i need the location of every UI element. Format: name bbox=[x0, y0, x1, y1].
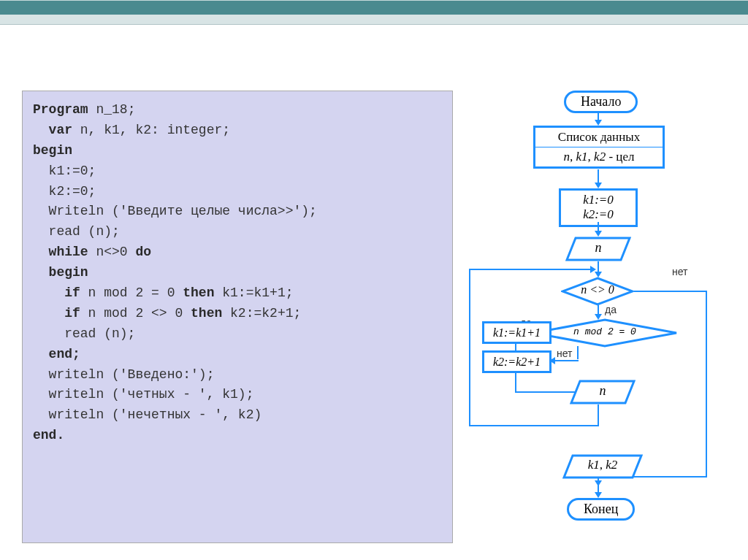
code-l14: writeln ('Введено:'); bbox=[33, 365, 442, 386]
flow-init2: k2:=0 bbox=[565, 207, 631, 222]
slide-content: Program n_18; var n, k1, k2: integer; be… bbox=[0, 25, 748, 551]
code-l12: read (n); bbox=[33, 324, 442, 345]
edge bbox=[469, 425, 599, 426]
code-l16: writeln ('нечетных - ', k2) bbox=[33, 405, 442, 426]
kw-begin: begin bbox=[33, 143, 72, 158]
kw-then1: then bbox=[183, 285, 214, 300]
flow-assign2: k2:=k2+1 bbox=[482, 350, 552, 373]
arrow-icon bbox=[595, 120, 602, 126]
kw-if1: if bbox=[33, 285, 80, 300]
kw-begin2: begin bbox=[33, 265, 88, 280]
header-bar-2 bbox=[0, 15, 748, 25]
header-bar bbox=[0, 0, 748, 15]
code-panel: Program n_18; var n, k1, k2: integer; be… bbox=[22, 91, 453, 543]
label-no2: нет bbox=[557, 348, 572, 359]
code-l7: read (n); bbox=[33, 222, 442, 242]
kw-end: end. bbox=[33, 428, 64, 442]
edge bbox=[598, 404, 599, 426]
edge bbox=[469, 269, 470, 426]
kw-end-inner: end; bbox=[33, 347, 80, 361]
kw-then2: then bbox=[191, 306, 222, 321]
flow-datalist: Список данных bbox=[533, 126, 665, 149]
kw-program: Program bbox=[33, 102, 88, 117]
flow-cond1-label: n <> 0 bbox=[561, 283, 634, 296]
flow-cond2-label: n mod 2 = 0 bbox=[532, 326, 678, 337]
edge bbox=[598, 169, 599, 184]
code-l5: k2:=0; bbox=[33, 182, 442, 202]
arrow-icon bbox=[595, 492, 602, 498]
kw-do: do bbox=[135, 245, 151, 259]
label-no1: нет bbox=[672, 266, 687, 277]
flow-input-n-label: n bbox=[565, 240, 631, 256]
edge bbox=[515, 371, 516, 393]
code-l15: writeln ('четных - ', k1); bbox=[33, 385, 442, 405]
edge bbox=[469, 269, 592, 270]
code-l8: n<>0 bbox=[88, 245, 136, 259]
kw-while: while bbox=[33, 245, 88, 259]
edge bbox=[598, 479, 599, 494]
flow-output-label: k1, k2 bbox=[562, 458, 643, 472]
kw-if2: if bbox=[33, 306, 80, 321]
arrow-icon bbox=[595, 183, 602, 188]
code-l10d: k1:=k1+1; bbox=[214, 285, 293, 300]
flow-end: Конец bbox=[567, 498, 635, 521]
flow-init: k1:=0 k2:=0 bbox=[559, 188, 638, 227]
flow-cond2: n mod 2 = 0 bbox=[532, 318, 678, 348]
edge bbox=[515, 342, 516, 350]
arrow-icon bbox=[595, 231, 602, 237]
flow-assign1: k1:=k1+1 bbox=[482, 321, 552, 344]
code-l2: n, k1, k2: integer; bbox=[72, 123, 230, 137]
kw-var: var bbox=[33, 123, 72, 137]
flow-output: k1, k2 bbox=[562, 454, 643, 479]
code-l10b: n mod 2 = 0 bbox=[80, 285, 183, 300]
flow-vars-box: n, k1, k2 - цел bbox=[533, 147, 665, 169]
edge bbox=[577, 346, 579, 359]
code-l1: n_18; bbox=[88, 102, 136, 117]
flow-start: Начало bbox=[564, 91, 638, 113]
flow-input-n2-label: n bbox=[570, 383, 636, 399]
code-l11d: k2:=k2+1; bbox=[222, 306, 301, 321]
flowchart: Начало Список данных n, k1, k2 - цел k1:… bbox=[475, 91, 723, 543]
flow-init1: k1:=0 bbox=[565, 193, 631, 207]
code-l4: k1:=0; bbox=[33, 161, 442, 182]
edge bbox=[634, 291, 707, 292]
flow-vars: n, k1, k2 bbox=[564, 150, 606, 164]
code-l11b: n mod 2 <> 0 bbox=[80, 306, 191, 321]
code-l6: Writeln ('Введите целые числа>>'); bbox=[33, 202, 442, 222]
label-yes1: да bbox=[605, 304, 617, 315]
edge bbox=[554, 360, 579, 361]
flow-input-n: n bbox=[565, 237, 631, 261]
flow-input-n2: n bbox=[570, 380, 636, 404]
arrow-icon bbox=[590, 266, 596, 273]
edge bbox=[706, 291, 707, 477]
flow-vars-suffix: - цел bbox=[606, 150, 634, 164]
flow-cond1: n <> 0 bbox=[561, 277, 634, 306]
